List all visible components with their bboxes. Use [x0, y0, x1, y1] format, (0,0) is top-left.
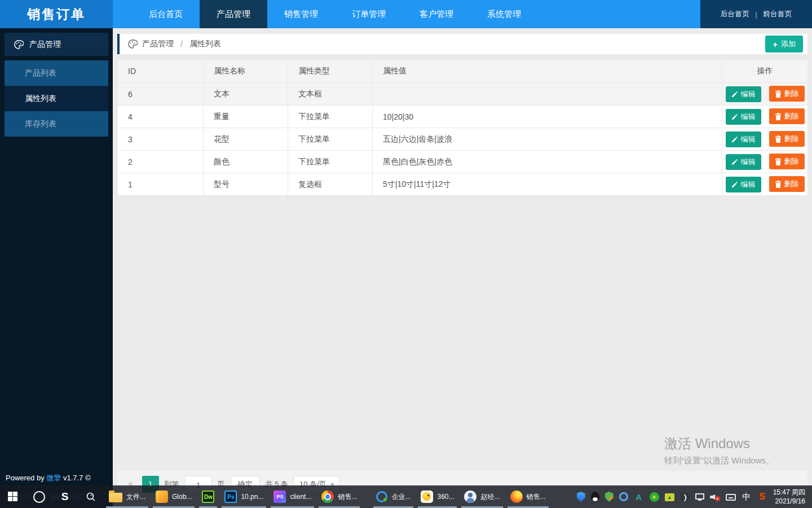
frontend-home-link[interactable]: 前台首页 [763, 9, 792, 19]
nav-item[interactable]: 订单管理 [335, 0, 403, 28]
sidebar-item[interactable]: 库存列表 [5, 111, 108, 137]
taskbar-app[interactable]: client... [268, 485, 316, 508]
firefox-icon [510, 491, 523, 503]
taskbar-app[interactable]: 销售... [505, 485, 551, 508]
taskbar-app[interactable]: Glob... [151, 485, 197, 508]
plus-green-icon[interactable] [650, 492, 659, 502]
delete-button[interactable]: 删除 [769, 176, 805, 192]
trash-icon [775, 113, 782, 120]
taskbar-app-label: 销售... [527, 492, 546, 502]
delete-button[interactable]: 删除 [769, 86, 805, 102]
backend-home-link[interactable]: 后台首页 [720, 9, 749, 19]
nav-item[interactable]: 后台首页 [132, 0, 200, 28]
nav-item[interactable]: 产品管理 [200, 0, 267, 28]
taskbar-app[interactable]: 360... [416, 485, 459, 508]
powered-prefix: Powered by [6, 474, 45, 482]
link-separator: | [755, 10, 757, 19]
breadcrumb-parent[interactable]: 产品管理 [142, 39, 174, 49]
nav-item[interactable]: 客户管理 [403, 0, 470, 28]
taskbar-app[interactable]: 10.pn... [219, 485, 268, 508]
palette-icon [127, 39, 138, 49]
taskbar-app[interactable]: 销售... [316, 485, 362, 508]
autodesk-icon[interactable] [634, 492, 644, 502]
pencil-icon [731, 113, 738, 120]
photoshop-icon [224, 491, 237, 503]
windows-logo-icon [8, 492, 18, 502]
taskbar-app[interactable] [197, 485, 219, 508]
cell-actions: 编辑删除 [722, 151, 808, 173]
search-button[interactable] [78, 485, 104, 508]
table-header-row: ID属性名称属性类型属性值操作 [118, 60, 808, 83]
folder-icon [109, 493, 122, 502]
cell-attribute-type: 文本框 [288, 83, 373, 106]
upgrade-box-icon[interactable] [665, 493, 674, 501]
sidebar-section-product-management[interactable]: 产品管理 [5, 33, 108, 56]
browser-ring-icon[interactable] [619, 492, 628, 501]
delete-button[interactable]: 删除 [769, 154, 805, 169]
system-tray: 中 [577, 492, 771, 502]
taskbar-apps: 文件...Glob...10.pn...client...销售...企业...3… [104, 485, 551, 508]
cortana-icon [33, 491, 45, 503]
green-shield-icon[interactable] [605, 492, 614, 502]
breadcrumb-current: 属性列表 [189, 39, 221, 49]
edit-button[interactable]: 编辑 [726, 177, 761, 192]
global-mapper-icon [156, 491, 168, 503]
cell-attribute-type: 下拉菜单 [288, 128, 373, 151]
activate-windows-watermark: 激活 Windows 转到“设置”以激活 Windows。 [664, 435, 774, 466]
taskbar-app[interactable]: 赵经... [459, 485, 505, 508]
delete-button[interactable]: 删除 [769, 108, 805, 124]
pencil-icon [731, 159, 738, 165]
watermark-title: 激活 Windows [664, 435, 774, 453]
cell-attribute-name: 重量 [204, 106, 288, 128]
cell-id: 3 [118, 128, 204, 151]
nav-item[interactable]: 系统管理 [470, 0, 538, 28]
breadcrumb-separator: / [180, 40, 183, 49]
top-header: 销售订单 后台首页产品管理销售管理订单管理客户管理系统管理 后台首页 | 前台首… [0, 0, 812, 28]
sidebar-item[interactable]: 属性列表 [5, 86, 108, 111]
cell-attribute-value [373, 83, 722, 106]
taskbar-app-label: 360... [437, 493, 454, 501]
taskbar-app[interactable]: 企业... [371, 485, 416, 508]
volume-muted-icon[interactable] [710, 492, 720, 501]
tencent-shield-icon[interactable] [577, 492, 585, 502]
powered-by: Powered by 微擎 v1.7.7 © [6, 473, 91, 483]
add-button[interactable]: + 添加 [765, 36, 803, 52]
nav-item[interactable]: 销售管理 [267, 0, 335, 28]
sidebar-item[interactable]: 产品列表 [5, 60, 108, 86]
taskbar-clock[interactable]: 15:47 周四 2021/9/16 [771, 488, 812, 506]
cell-attribute-name: 花型 [204, 128, 288, 151]
start-button[interactable] [0, 485, 26, 508]
taskbar-app-label: 企业... [391, 492, 411, 502]
cell-attribute-name: 颜色 [204, 151, 288, 173]
edit-button[interactable]: 编辑 [726, 86, 761, 102]
sogou-icon[interactable] [757, 492, 767, 502]
column-header: 操作 [722, 60, 808, 83]
keyboard-icon[interactable] [726, 494, 736, 501]
cell-attribute-value: 黑色|白色|灰色|赤色 [373, 151, 722, 173]
breadcrumb: 产品管理 / 属性列表 + 添加 [117, 34, 807, 54]
column-header: 属性值 [373, 60, 722, 83]
cortana-button[interactable] [26, 485, 52, 508]
weiqin-brand-link[interactable]: 微擎 [46, 474, 61, 482]
cell-attribute-name: 型号 [204, 173, 288, 196]
wecom-icon [376, 491, 387, 502]
ethernet-icon[interactable] [695, 493, 704, 500]
delete-button[interactable]: 删除 [769, 131, 805, 147]
sidebar: 产品管理 产品列表属性列表库存列表 Powered by 微擎 v1.7.7 ©… [0, 28, 113, 508]
ime-zh-icon[interactable]: 中 [742, 492, 752, 502]
edit-button[interactable]: 编辑 [726, 132, 761, 147]
edit-button[interactable]: 编辑 [726, 109, 761, 125]
qq-icon[interactable] [591, 492, 599, 502]
satellite-dish-icon[interactable] [680, 492, 690, 502]
trash-icon [775, 158, 782, 165]
attributes-table: ID属性名称属性类型属性值操作 6文本文本框编辑删除4重量下拉菜单10|20|3… [117, 59, 808, 196]
pencil-icon [731, 181, 738, 188]
trash-icon [775, 181, 782, 188]
cell-id: 6 [118, 83, 204, 106]
browser-pinwheel-button[interactable]: S [52, 485, 78, 508]
taskbar-app[interactable]: 文件... [104, 485, 151, 508]
360-browser-icon [421, 491, 433, 503]
sidebar-section-label: 产品管理 [29, 40, 61, 50]
edit-button[interactable]: 编辑 [726, 154, 761, 170]
contact-avatar-icon [464, 491, 476, 503]
